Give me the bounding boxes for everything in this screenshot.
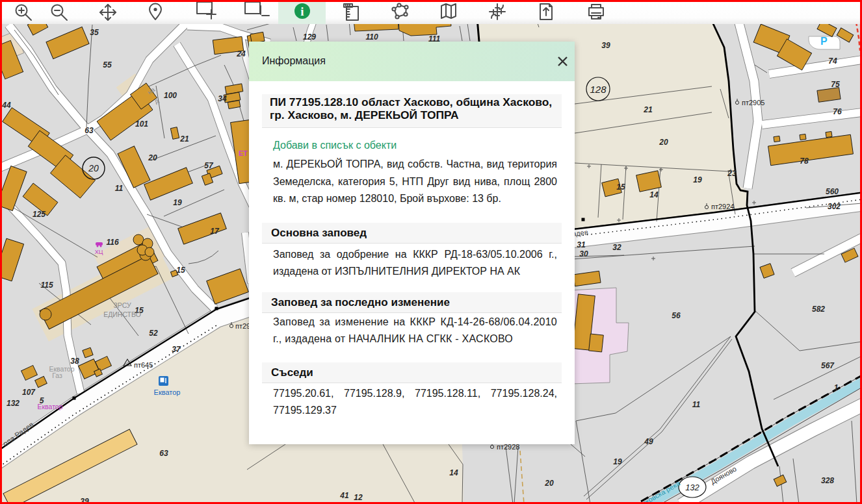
svg-text:100: 100 [164, 91, 177, 100]
svg-text:35: 35 [90, 28, 99, 37]
svg-text:116: 116 [106, 238, 118, 247]
svg-text:14: 14 [649, 190, 659, 199]
svg-text:110: 110 [365, 32, 378, 42]
svg-text:12: 12 [354, 493, 363, 502]
svg-text:567: 567 [821, 361, 835, 370]
svg-text:78: 78 [800, 157, 809, 166]
svg-text:76: 76 [833, 107, 842, 116]
svg-text:Екватор: Екватор [154, 388, 181, 396]
svg-text:пт2924: пт2924 [711, 203, 734, 210]
svg-text:582: 582 [812, 305, 825, 314]
svg-text:17: 17 [210, 227, 220, 236]
svg-text:74: 74 [828, 57, 837, 66]
svg-text:15: 15 [176, 266, 185, 275]
svg-text:11: 11 [692, 400, 701, 409]
svg-text:328: 328 [821, 476, 834, 485]
svg-text:20: 20 [544, 479, 554, 488]
svg-text:19: 19 [613, 457, 622, 466]
svg-text:24: 24 [236, 49, 246, 58]
svg-text:128: 128 [590, 84, 607, 95]
svg-text:52: 52 [149, 329, 158, 338]
svg-text:14: 14 [449, 468, 458, 477]
svg-text:15: 15 [616, 183, 625, 192]
svg-text:75: 75 [831, 80, 840, 89]
svg-text:44: 44 [1, 101, 11, 110]
svg-text:30: 30 [579, 249, 588, 258]
svg-text:20: 20 [88, 163, 99, 173]
svg-text:560: 560 [826, 187, 839, 196]
svg-text:107: 107 [22, 388, 36, 397]
svg-text:57: 57 [204, 161, 214, 170]
svg-text:ЗРСУ: ЗРСУ [113, 301, 131, 309]
svg-text:19: 19 [693, 175, 702, 184]
svg-text:21: 21 [643, 105, 653, 114]
svg-text:63: 63 [159, 449, 168, 458]
svg-text:302: 302 [828, 202, 841, 211]
svg-text:ЕТ: ЕТ [239, 149, 248, 157]
svg-text:39: 39 [80, 497, 89, 504]
svg-text:41: 41 [339, 491, 349, 500]
svg-text:38: 38 [70, 357, 79, 366]
svg-text:ХЦ: ХЦ [95, 249, 103, 255]
svg-text:125: 125 [33, 210, 46, 219]
svg-text:20: 20 [659, 138, 668, 147]
svg-text:132: 132 [7, 399, 20, 408]
svg-text:11: 11 [115, 184, 124, 193]
svg-text:21: 21 [179, 134, 189, 144]
svg-text:Газ: Газ [52, 372, 62, 379]
svg-text:55: 55 [103, 60, 112, 69]
svg-text:34: 34 [218, 94, 227, 103]
svg-text:23: 23 [727, 169, 737, 178]
svg-text:Екватор: Екватор [37, 403, 62, 410]
svg-text:132: 132 [685, 483, 699, 492]
svg-text:пт2905: пт2905 [742, 99, 764, 107]
svg-text:129: 129 [303, 32, 316, 42]
svg-text:63: 63 [85, 126, 94, 135]
svg-text:19: 19 [173, 198, 182, 207]
svg-text:i: i [300, 5, 304, 18]
svg-text:32: 32 [612, 243, 621, 252]
svg-text:пт645: пт645 [134, 361, 153, 369]
svg-text:P: P [820, 36, 828, 47]
svg-text:56: 56 [672, 311, 681, 320]
svg-text:39: 39 [601, 41, 610, 50]
svg-text:1: 1 [834, 383, 839, 392]
svg-text:37: 37 [172, 345, 181, 354]
svg-text:115: 115 [40, 281, 53, 290]
svg-text:31: 31 [577, 240, 586, 249]
svg-text:101: 101 [135, 120, 148, 129]
svg-text:49: 49 [644, 437, 653, 446]
svg-text:20: 20 [148, 153, 157, 162]
svg-text:ЕДИНСТВО: ЕДИНСТВО [103, 310, 141, 318]
